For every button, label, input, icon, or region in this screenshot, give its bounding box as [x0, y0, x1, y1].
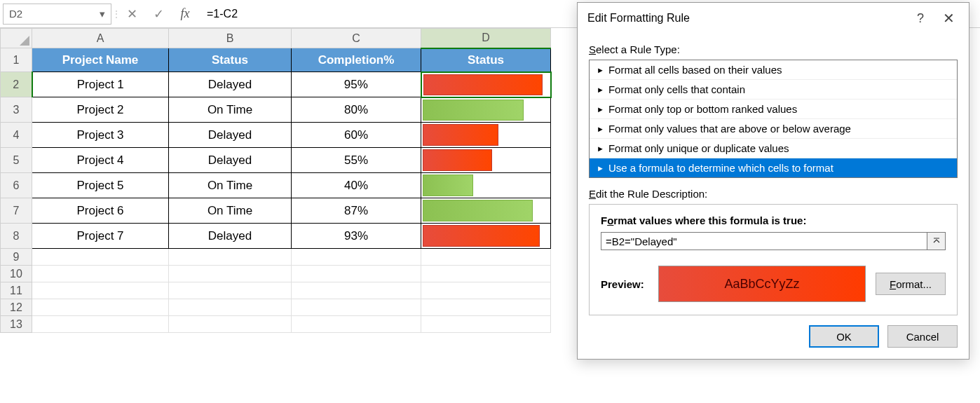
empty-cell[interactable]: [421, 282, 551, 299]
row-header-6[interactable]: 6: [1, 173, 32, 198]
row-header-2[interactable]: 2: [1, 72, 32, 97]
cell-status[interactable]: Delayed: [169, 148, 292, 173]
row-header-9[interactable]: 9: [1, 249, 32, 266]
formula-label: Format values where this formula is true…: [601, 214, 946, 226]
rule-description-box: Format values where this formula is true…: [589, 204, 958, 315]
column-header-b[interactable]: B: [169, 29, 292, 48]
chevron-down-icon[interactable]: ▾: [100, 8, 105, 20]
fx-button[interactable]: fx: [172, 4, 198, 25]
arrow-icon: ►: [597, 125, 604, 133]
ok-button[interactable]: OK: [809, 325, 879, 348]
arrow-icon: ►: [597, 86, 604, 94]
cell-completion[interactable]: 60%: [292, 123, 421, 148]
close-button[interactable]: ✕: [938, 10, 959, 27]
cell-project[interactable]: Project 2: [32, 97, 169, 123]
cell-project[interactable]: Project 6: [32, 198, 169, 224]
cell-status[interactable]: On Time: [169, 198, 292, 224]
empty-cell[interactable]: [292, 249, 421, 266]
help-button[interactable]: ?: [910, 11, 931, 26]
row-header-3[interactable]: 3: [1, 97, 32, 123]
empty-cell[interactable]: [169, 282, 292, 299]
accept-formula-button[interactable]: ✓: [145, 4, 172, 25]
progress-bar: [423, 149, 492, 171]
cell-project[interactable]: Project 4: [32, 148, 169, 173]
rule-type-text: Format only cells that contain: [608, 83, 745, 95]
collapse-dialog-icon[interactable]: [927, 232, 946, 250]
cell-completion[interactable]: 80%: [292, 97, 421, 123]
rule-type-item[interactable]: ►Format only top or bottom ranked values: [590, 100, 957, 119]
header-completion[interactable]: Completion%: [292, 48, 421, 72]
empty-cell[interactable]: [32, 316, 169, 333]
empty-cell[interactable]: [32, 266, 169, 282]
cell-status-bar[interactable]: [421, 97, 551, 123]
empty-cell[interactable]: [292, 282, 421, 299]
cell-status[interactable]: On Time: [169, 97, 292, 123]
row-header-13[interactable]: 13: [1, 316, 32, 333]
cell-status[interactable]: Delayed: [169, 123, 292, 148]
cell-status-bar[interactable]: [421, 198, 551, 224]
cell-status-bar[interactable]: [421, 148, 551, 173]
cell-project[interactable]: Project 3: [32, 123, 169, 148]
cell-completion[interactable]: 93%: [292, 224, 421, 249]
rule-type-item[interactable]: ►Use a formula to determine which cells …: [590, 158, 957, 177]
row-header-7[interactable]: 7: [1, 198, 32, 224]
row-header-11[interactable]: 11: [1, 282, 32, 299]
empty-cell[interactable]: [32, 299, 169, 316]
empty-cell[interactable]: [169, 249, 292, 266]
cancel-button[interactable]: Cancel: [887, 325, 958, 348]
formula-input-field[interactable]: [601, 232, 927, 250]
empty-cell[interactable]: [421, 266, 551, 282]
cell-completion[interactable]: 55%: [292, 148, 421, 173]
empty-cell[interactable]: [169, 266, 292, 282]
empty-cell[interactable]: [169, 299, 292, 316]
cell-status[interactable]: Delayed: [169, 72, 292, 97]
header-status[interactable]: Status: [169, 48, 292, 72]
column-header-c[interactable]: C: [292, 29, 421, 48]
row-header-5[interactable]: 5: [1, 148, 32, 173]
arrow-icon: ►: [597, 164, 604, 172]
rule-type-item[interactable]: ►Format all cells based on their values: [590, 60, 957, 80]
cell-completion[interactable]: 95%: [292, 72, 421, 97]
column-header-d[interactable]: D: [421, 29, 551, 48]
empty-cell[interactable]: [169, 316, 292, 333]
cell-status[interactable]: On Time: [169, 173, 292, 198]
cell-status-bar[interactable]: [421, 224, 551, 249]
empty-cell[interactable]: [292, 266, 421, 282]
cell-status-bar[interactable]: [421, 173, 551, 198]
name-box[interactable]: D2 ▾: [3, 4, 111, 25]
row-header-1[interactable]: 1: [1, 48, 32, 72]
cell-status-bar[interactable]: [421, 123, 551, 148]
cell-completion[interactable]: 40%: [292, 173, 421, 198]
select-all-corner[interactable]: [1, 29, 32, 48]
cell-project[interactable]: Project 1: [32, 72, 169, 97]
rule-type-item[interactable]: ►Format only unique or duplicate values: [590, 139, 957, 158]
rule-type-item[interactable]: ►Format only values that are above or be…: [590, 119, 957, 139]
empty-cell[interactable]: [32, 249, 169, 266]
name-box-value: D2: [9, 8, 22, 20]
empty-cell[interactable]: [421, 249, 551, 266]
empty-cell[interactable]: [32, 282, 169, 299]
rule-type-item[interactable]: ►Format only cells that contain: [590, 80, 957, 100]
row-header-8[interactable]: 8: [1, 224, 32, 249]
empty-cell[interactable]: [421, 299, 551, 316]
cell-project[interactable]: Project 5: [32, 173, 169, 198]
column-header-a[interactable]: A: [32, 29, 169, 48]
empty-cell[interactable]: [292, 299, 421, 316]
format-button[interactable]: Format...: [876, 273, 946, 295]
header-project-name[interactable]: Project Name: [32, 48, 169, 72]
row-header-4[interactable]: 4: [1, 123, 32, 148]
cell-status-bar[interactable]: [421, 72, 551, 97]
cell-completion[interactable]: 87%: [292, 198, 421, 224]
cell-status[interactable]: Delayed: [169, 224, 292, 249]
preview-label: Preview:: [601, 278, 648, 290]
empty-cell[interactable]: [421, 316, 551, 333]
header-status2[interactable]: Status: [421, 48, 551, 72]
cancel-formula-button[interactable]: ✕: [118, 4, 145, 25]
rule-type-text: Format only values that are above or bel…: [608, 123, 851, 135]
dialog-title: Edit Formatting Rule: [587, 12, 910, 25]
rule-type-list: ►Format all cells based on their values►…: [589, 60, 958, 178]
empty-cell[interactable]: [292, 316, 421, 333]
row-header-12[interactable]: 12: [1, 299, 32, 316]
cell-project[interactable]: Project 7: [32, 224, 169, 249]
row-header-10[interactable]: 10: [1, 266, 32, 282]
